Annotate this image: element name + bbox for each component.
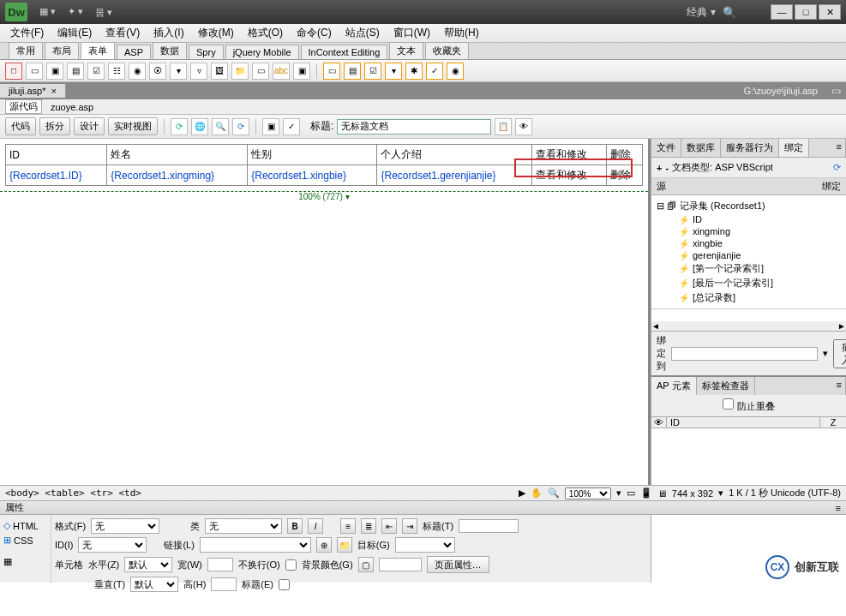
prevent-overlap-checkbox[interactable] <box>723 398 734 410</box>
radiogroup-icon[interactable]: ⦿ <box>149 63 166 80</box>
field-first[interactable]: [第一个记录索引] <box>693 262 764 275</box>
maximize-button[interactable]: □ <box>795 4 817 20</box>
link-point-icon[interactable]: ⊕ <box>316 537 332 553</box>
livecode-icon[interactable]: ⟳ <box>171 118 188 135</box>
bindings-tree[interactable]: ⊟ 🗐记录集 (Recordset1) ⚡ID ⚡xingming ⚡xingb… <box>651 195 846 308</box>
minimize-button[interactable]: — <box>771 4 793 20</box>
refresh-icon[interactable]: ⟳ <box>232 118 249 135</box>
radio-icon[interactable]: ◉ <box>129 63 146 80</box>
device-icon[interactable]: 📱 <box>640 487 652 499</box>
height-input[interactable] <box>211 577 237 591</box>
document-tab[interactable]: jiluji.asp* × <box>0 84 66 98</box>
add-binding-icon[interactable]: + <box>657 163 662 173</box>
hidden-icon[interactable]: ▣ <box>46 63 63 80</box>
view-split-button[interactable]: 拆分 <box>39 117 70 135</box>
vert-select[interactable]: 默认 <box>130 577 178 592</box>
close-tab-icon[interactable]: × <box>51 86 56 96</box>
field-xingming[interactable]: xingming <box>693 226 730 236</box>
tab-spry[interactable]: Spry <box>189 45 224 59</box>
outdent-button[interactable]: ⇤ <box>381 518 397 534</box>
ul-button[interactable]: ≡ <box>340 518 356 534</box>
close-button[interactable]: ✕ <box>819 4 841 20</box>
filefield-icon[interactable]: 📁 <box>231 63 249 80</box>
bgcolor-input[interactable] <box>379 558 422 571</box>
layout-icon[interactable]: ▦ ▾ <box>39 6 56 19</box>
textarea-icon[interactable]: ▤ <box>67 63 84 80</box>
ap-menu-icon[interactable]: ≡ <box>755 377 846 395</box>
title-input2[interactable] <box>459 519 519 533</box>
related-file[interactable]: zuoye.asp <box>51 102 93 112</box>
nowrap-checkbox[interactable] <box>285 559 297 571</box>
field-xingbie[interactable]: xingbie <box>693 238 723 248</box>
td-name[interactable]: {Recordset1.xingming} <box>107 165 248 186</box>
field-gerenjianjie[interactable]: gerenjianjie <box>693 250 741 260</box>
visual-icon[interactable]: ▣ <box>262 118 279 135</box>
menu-modify[interactable]: 修改(M) <box>191 26 241 40</box>
view-design-button[interactable]: 设计 <box>74 117 105 135</box>
tab-layout[interactable]: 布局 <box>45 42 79 59</box>
spry-textfield-icon[interactable]: ▭ <box>323 63 340 80</box>
refresh-panel-icon[interactable]: ⟳ <box>833 162 841 173</box>
screen-icon[interactable]: 🖥 <box>657 488 667 499</box>
target-select[interactable] <box>395 537 455 553</box>
header-checkbox[interactable] <box>279 579 290 590</box>
th-edit[interactable]: 查看和修改 <box>532 145 607 165</box>
button-icon[interactable]: ▭ <box>252 63 269 80</box>
tab-common[interactable]: 常用 <box>9 42 43 59</box>
tab-asp[interactable]: ASP <box>117 45 151 59</box>
imagefield-icon[interactable]: 🖼 <box>211 63 228 80</box>
view-code-button[interactable]: 代码 <box>5 117 36 135</box>
zoom-icon[interactable]: 🔍 <box>548 487 560 499</box>
zoom-select[interactable]: 100% <box>565 487 611 499</box>
jumpmenu-icon[interactable]: ▿ <box>190 63 207 80</box>
preview-icon[interactable]: 👁 <box>515 118 532 135</box>
menu-help[interactable]: 帮助(H) <box>437 26 486 40</box>
spry-checkbox-icon[interactable]: ☑ <box>364 63 381 80</box>
tab-ice[interactable]: InContext Editing <box>301 45 388 59</box>
spry-password-icon[interactable]: ✱ <box>405 63 423 80</box>
workspace-switcher[interactable]: 经典 <box>687 5 707 20</box>
panel-tab-server[interactable]: 服务器行为 <box>721 139 779 157</box>
tag-inspector-tab[interactable]: 标签检查器 <box>697 377 755 395</box>
spry-radio-icon[interactable]: ◉ <box>447 63 464 80</box>
checkboxgroup-icon[interactable]: ☷ <box>108 63 125 80</box>
horiz-select[interactable]: 默认 <box>124 557 172 572</box>
td-intro[interactable]: {Recordset1.gerenjianjie} <box>377 165 532 186</box>
panel-menu-icon[interactable]: ≡ <box>809 139 846 157</box>
menu-site[interactable]: 站点(S) <box>339 26 387 40</box>
textfield-icon[interactable]: ▭ <box>26 63 43 80</box>
menu-command[interactable]: 命令(C) <box>290 26 339 40</box>
class-select[interactable]: 无 <box>205 518 282 534</box>
data-table[interactable]: ID 姓名 性别 个人介绍 查看和修改 删除 {Recordset1.ID} {… <box>5 144 643 186</box>
link-browse-icon[interactable]: 📁 <box>337 537 352 553</box>
td-id[interactable]: {Recordset1.ID} <box>6 165 107 186</box>
spry-textarea-icon[interactable]: ▤ <box>344 63 361 80</box>
menu-insert[interactable]: 插入(I) <box>147 26 190 40</box>
checkbox-icon[interactable]: ☑ <box>87 63 105 80</box>
title-input[interactable] <box>337 119 491 135</box>
th-id[interactable]: ID <box>6 145 107 165</box>
tab-data[interactable]: 数据 <box>153 42 187 59</box>
link-select[interactable] <box>200 537 311 553</box>
menu-format[interactable]: 格式(O) <box>241 26 290 40</box>
bgcolor-swatch[interactable]: ▢ <box>358 557 374 572</box>
td-edit[interactable]: 查看和修改 <box>532 165 607 186</box>
view-live-button[interactable]: 实时视图 <box>108 117 158 135</box>
fieldset-icon[interactable]: ▣ <box>293 63 310 80</box>
tab-fav[interactable]: 收藏夹 <box>425 42 469 59</box>
search-icon[interactable]: 🔍 <box>723 6 736 19</box>
th-intro[interactable]: 个人介绍 <box>377 145 532 165</box>
td-gender[interactable]: {Recordset1.xingbie} <box>248 165 377 186</box>
width-input[interactable] <box>207 558 233 571</box>
bindto-input[interactable] <box>671 347 818 361</box>
tab-form[interactable]: 表单 <box>81 42 115 59</box>
menu-file[interactable]: 文件(F) <box>3 26 51 40</box>
menu-view[interactable]: 查看(V) <box>99 26 147 40</box>
source-code-tab[interactable]: 源代码 <box>5 99 42 114</box>
props-menu-icon[interactable]: ≡ <box>836 503 841 513</box>
extend-icon[interactable]: ✦ ▾ <box>68 6 83 19</box>
id-select[interactable]: 无 <box>78 537 147 553</box>
italic-button[interactable]: I <box>308 518 323 534</box>
bold-button[interactable]: B <box>287 518 303 534</box>
th-delete[interactable]: 删除 <box>607 145 643 165</box>
